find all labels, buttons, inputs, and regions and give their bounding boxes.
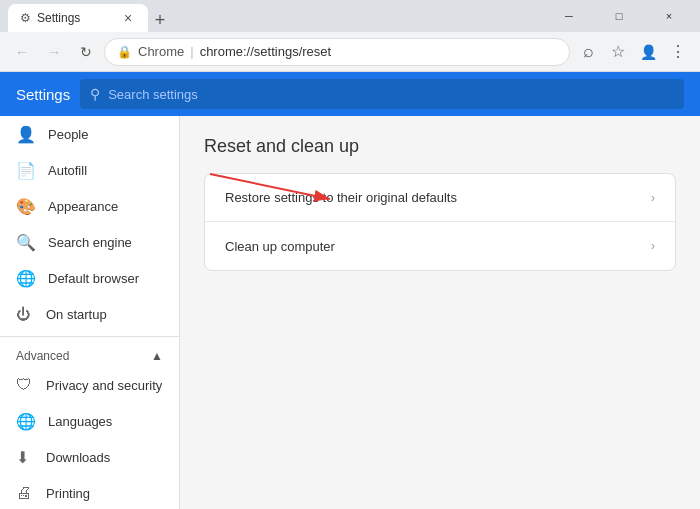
printing-icon: 🖨 [16,484,34,502]
sidebar: 👤 People 📄 Autofill 🎨 Appearance 🔍 Searc… [0,116,180,509]
search-engine-icon: 🔍 [16,233,36,252]
search-input[interactable] [108,87,674,102]
settings-header: Settings ⚲ [0,72,700,116]
cleanup-label: Clean up computer [225,239,651,254]
sidebar-item-people[interactable]: 👤 People [0,116,179,152]
sidebar-item-printing[interactable]: 🖨 Printing [0,475,179,509]
sidebar-item-appearance[interactable]: 🎨 Appearance [0,188,179,224]
privacy-icon: 🛡 [16,376,34,394]
sidebar-item-autofill[interactable]: 📄 Autofill [0,152,179,188]
sidebar-item-search-engine[interactable]: 🔍 Search engine [0,224,179,260]
sidebar-item-default-browser[interactable]: 🌐 Default browser [0,260,179,296]
sidebar-label-appearance: Appearance [48,199,118,214]
tab-title: Settings [37,11,80,25]
sidebar-label-printing: Printing [46,486,90,501]
search-bar[interactable]: ⚲ [80,79,684,109]
restore-settings-arrow: › [651,191,655,205]
sidebar-label-privacy: Privacy and security [46,378,162,393]
toolbar-icons: ⌕ ☆ 👤 ⋮ [574,38,692,66]
downloads-icon: ⬇ [16,448,34,467]
sidebar-divider [0,336,179,337]
settings-card: Restore settings to their original defau… [204,173,676,271]
cleanup-row[interactable]: Clean up computer › [205,222,675,270]
sidebar-label-autofill: Autofill [48,163,87,178]
profile-icon[interactable]: 👤 [634,38,662,66]
autofill-icon: 📄 [16,161,36,180]
sidebar-label-on-startup: On startup [46,307,107,322]
sidebar-label-people: People [48,127,88,142]
sidebar-item-languages[interactable]: 🌐 Languages [0,403,179,439]
bookmark-icon[interactable]: ☆ [604,38,632,66]
sidebar-label-downloads: Downloads [46,450,110,465]
default-browser-icon: 🌐 [16,269,36,288]
settings-title: Settings [16,86,70,103]
maximize-button[interactable]: □ [596,2,642,30]
page-title: Reset and clean up [204,136,676,157]
restore-settings-row[interactable]: Restore settings to their original defau… [205,174,675,222]
url-path: chrome://settings/reset [200,44,557,59]
tab-gear-icon: ⚙ [20,11,31,25]
address-bar: ← → ↻ 🔒 Chrome | chrome://settings/reset… [0,32,700,72]
minimize-button[interactable]: ─ [546,2,592,30]
search-icon: ⚲ [90,86,100,102]
advanced-label: Advanced [16,349,69,363]
advanced-section: Advanced ▲ [0,341,179,367]
lock-icon: 🔒 [117,45,132,59]
people-icon: 👤 [16,125,36,144]
menu-icon[interactable]: ⋮ [664,38,692,66]
sidebar-item-downloads[interactable]: ⬇ Downloads [0,439,179,475]
on-startup-icon: ⏻ [16,306,34,322]
cleanup-arrow: › [651,239,655,253]
tabs-area: ⚙ Settings × + [8,0,546,32]
content-area: 👤 People 📄 Autofill 🎨 Appearance 🔍 Searc… [0,116,700,509]
tab-close-button[interactable]: × [120,10,136,26]
close-button[interactable]: × [646,2,692,30]
sidebar-label-languages: Languages [48,414,112,429]
window-controls: ─ □ × [546,2,692,30]
title-bar: ⚙ Settings × + ─ □ × [0,0,700,32]
languages-icon: 🌐 [16,412,36,431]
forward-button[interactable]: → [40,38,68,66]
advanced-collapse-icon[interactable]: ▲ [151,349,163,363]
new-tab-button[interactable]: + [148,8,172,32]
appearance-icon: 🎨 [16,197,36,216]
sidebar-item-on-startup[interactable]: ⏻ On startup [0,296,179,332]
main-content: Reset and clean up Restore settings to t… [180,116,700,509]
url-bar[interactable]: 🔒 Chrome | chrome://settings/reset [104,38,570,66]
reload-button[interactable]: ↻ [72,38,100,66]
restore-settings-label: Restore settings to their original defau… [225,190,651,205]
sidebar-label-search-engine: Search engine [48,235,132,250]
url-site: Chrome [138,44,184,59]
search-toolbar-icon[interactable]: ⌕ [574,38,602,66]
sidebar-label-default-browser: Default browser [48,271,139,286]
sidebar-item-privacy[interactable]: 🛡 Privacy and security [0,367,179,403]
url-separator: | [190,44,193,59]
back-button[interactable]: ← [8,38,36,66]
settings-tab[interactable]: ⚙ Settings × [8,4,148,32]
